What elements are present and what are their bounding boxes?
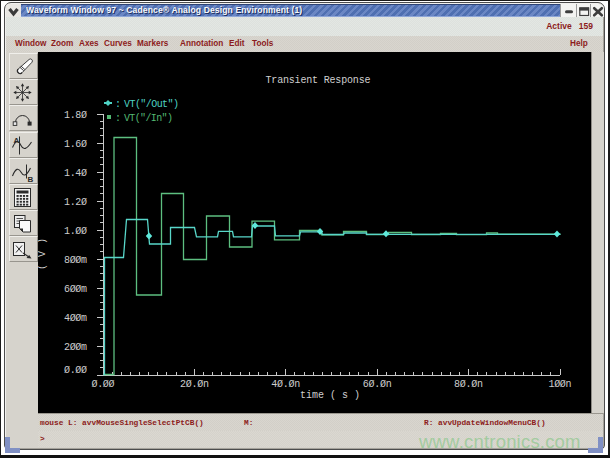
svg-text:8ØØm: 8ØØm [64, 255, 87, 266]
svg-text:2Ø.Øn: 2Ø.Øn [180, 379, 209, 390]
svg-text:time ( s ): time ( s ) [300, 390, 360, 401]
svg-text:1.8Ø: 1.8Ø [64, 110, 87, 121]
svg-text:1.2Ø: 1.2Ø [64, 197, 87, 208]
svg-text:VT("/Out"): VT("/Out") [124, 99, 179, 110]
svg-text:( V ): ( V ) [38, 238, 48, 270]
svg-text::: : [115, 99, 121, 110]
svg-text:1.4Ø: 1.4Ø [64, 168, 87, 179]
svg-text:6Ø.Øn: 6Ø.Øn [363, 379, 392, 390]
svg-text:6ØØm: 6ØØm [64, 284, 87, 295]
svg-text:1.ØØ: 1.ØØ [64, 226, 87, 237]
svg-text:4Ø.Øn: 4Ø.Øn [271, 379, 300, 390]
svg-text:1ØØn: 1ØØn [549, 379, 572, 390]
svg-text::: : [115, 113, 121, 124]
svg-text:4ØØm: 4ØØm [64, 313, 87, 324]
svg-text:B: B [28, 175, 34, 184]
svg-text:Ø.ØØ: Ø.ØØ [64, 365, 87, 376]
svg-text:1.6Ø: 1.6Ø [64, 139, 87, 150]
svg-text:VT("/In"): VT("/In") [124, 113, 173, 124]
svg-text:2ØØm: 2ØØm [64, 342, 87, 353]
svg-text:Ø.ØØ: Ø.ØØ [92, 379, 115, 390]
svg-text:Transient Response: Transient Response [266, 75, 371, 86]
svg-text:8Ø.Øn: 8Ø.Øn [454, 379, 483, 390]
